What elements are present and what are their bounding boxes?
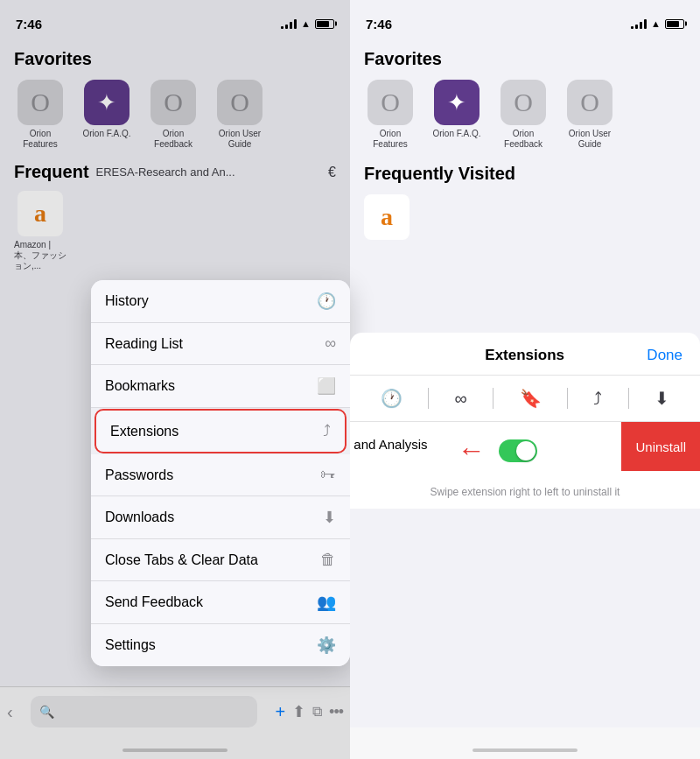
right-status-icons: ▲ xyxy=(631,18,684,29)
menu-feedback-label: Send Feedback xyxy=(105,594,203,610)
downloads-icon: ⬇ xyxy=(323,508,336,527)
settings-icon: ⚙️ xyxy=(317,636,336,655)
extension-row[interactable]: Research and Analysis n Products ← xyxy=(350,422,551,479)
swipe-hint: Swipe extension right to left to uninsta… xyxy=(350,479,700,509)
bottom-spacer xyxy=(350,509,700,727)
extension-text: Research and Analysis n Products xyxy=(350,437,446,465)
menu-extensions-label: Extensions xyxy=(110,424,178,439)
right-fav-guide-label: Orion User Guide xyxy=(564,129,616,150)
reading-list-icon: ∞ xyxy=(325,334,336,353)
bookmarks-ext-icon[interactable]: 🔖 xyxy=(520,388,542,409)
right-fav-faq[interactable]: ✦ Orion F.A.Q. xyxy=(430,80,483,150)
right-fav-features-label: Orion Features xyxy=(364,129,416,150)
uninstall-button[interactable]: Uninstall xyxy=(621,422,700,471)
menu-downloads-label: Downloads xyxy=(105,510,174,525)
right-fav-orion-features[interactable]: O Orion Features xyxy=(364,80,416,150)
menu-bookmarks-label: Bookmarks xyxy=(105,378,175,394)
right-fav-guide[interactable]: O Orion User Guide xyxy=(564,80,616,150)
send-feedback-icon: 👥 xyxy=(317,593,336,612)
menu-downloads[interactable]: Downloads ⬇ xyxy=(91,496,350,539)
done-button[interactable]: Done xyxy=(647,347,682,364)
extensions-icon: ⤴ xyxy=(323,422,331,440)
right-amazon-logo: a xyxy=(364,194,410,240)
extension-toggle[interactable] xyxy=(499,439,537,462)
menu-settings-label: Settings xyxy=(105,637,156,653)
close-tabs-icon: 🗑 xyxy=(320,551,336,569)
extension-row-container: Research and Analysis n Products ← Unins… xyxy=(350,422,700,479)
right-favorites-grid: O Orion Features ✦ Orion F.A.Q. O Orion … xyxy=(364,80,686,150)
menu-history[interactable]: History 🕐 xyxy=(91,280,350,323)
extension-sub: n Products xyxy=(350,452,446,465)
right-status-time: 7:46 xyxy=(366,17,392,32)
toggle-knob xyxy=(516,441,536,460)
right-fav-faq-label: Orion F.A.Q. xyxy=(432,129,480,139)
extensions-header: Extensions Done xyxy=(350,333,700,376)
right-wifi-icon: ▲ xyxy=(651,18,661,29)
menu-extensions[interactable]: Extensions ⤴ xyxy=(94,409,346,453)
right-home-indicator xyxy=(472,748,578,752)
extensions-icons-row: 🕐 ∞ 🔖 ⤴ ⬇ xyxy=(350,376,700,422)
right-fav-faq-icon: ✦ xyxy=(434,80,480,125)
right-fav-feedback-icon: O xyxy=(500,80,546,125)
right-frequent-header: Frequently Visited xyxy=(350,157,700,187)
history-icon: 🕐 xyxy=(317,292,336,311)
menu-close-tabs-label: Close Tabs & Clear Data xyxy=(105,552,258,568)
right-signal-icon xyxy=(631,18,647,29)
menu-bookmarks[interactable]: Bookmarks ⬜ xyxy=(91,365,350,408)
menu-reading-list[interactable]: Reading List ∞ xyxy=(91,323,350,365)
dropdown-menu: History 🕐 Reading List ∞ Bookmarks ⬜ Ext… xyxy=(91,280,350,666)
reading-ext-icon[interactable]: ∞ xyxy=(455,389,467,409)
arrow-left-icon: ← xyxy=(457,434,485,467)
right-panel: 7:46 ▲ Favorites O Orion Features xyxy=(350,0,700,759)
extensions-panel: Extensions Done 🕐 ∞ 🔖 ⤴ ⬇ Research and A… xyxy=(350,333,700,727)
menu-history-label: History xyxy=(105,293,149,309)
share-ext-icon[interactable]: ⤴ xyxy=(593,389,602,409)
right-fav-guide-icon: O xyxy=(567,80,612,125)
right-frequently-visited: Frequently Visited xyxy=(364,164,515,183)
bookmarks-icon: ⬜ xyxy=(317,376,336,396)
left-panel: 7:46 ▲ Favorites O Orion Features xyxy=(0,0,350,759)
right-status-bar: 7:46 ▲ xyxy=(350,0,700,39)
download-ext-icon[interactable]: ⬇ xyxy=(654,388,669,409)
right-battery-icon xyxy=(665,19,684,29)
extension-name: Research and Analysis xyxy=(350,437,446,452)
menu-settings[interactable]: Settings ⚙️ xyxy=(91,624,350,666)
menu-passwords-label: Passwords xyxy=(105,467,173,483)
right-favorites-section: Favorites O Orion Features ✦ Orion F.A.Q… xyxy=(350,39,700,157)
right-fav-feedback[interactable]: O Orion Feedback xyxy=(497,80,550,150)
menu-reading-label: Reading List xyxy=(105,336,183,352)
right-fav-feedback-label: Orion Feedback xyxy=(497,129,550,150)
right-amazon-item[interactable]: a xyxy=(350,187,700,247)
right-favorites-title: Favorites xyxy=(364,49,686,69)
passwords-icon: 🗝 xyxy=(320,466,336,484)
menu-close-tabs[interactable]: Close Tabs & Clear Data 🗑 xyxy=(91,539,350,581)
history-ext-icon[interactable]: 🕐 xyxy=(381,388,402,409)
menu-passwords[interactable]: Passwords 🗝 xyxy=(91,454,350,496)
menu-send-feedback[interactable]: Send Feedback 👥 xyxy=(91,581,350,624)
extensions-title: Extensions xyxy=(402,347,647,364)
right-fav-features-icon: O xyxy=(368,80,413,125)
